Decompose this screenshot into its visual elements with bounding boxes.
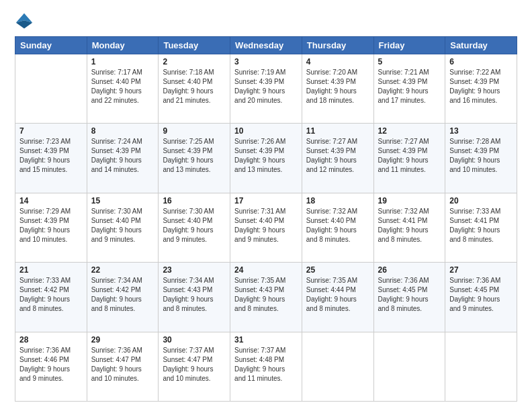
day-number: 31 [234,335,298,345]
day-number: 3 [234,57,298,66]
day-number: 11 [306,126,369,136]
cell-info: Sunrise: 7:33 AM Sunset: 4:41 PM Dayligh… [449,207,513,244]
calendar-cell: 7Sunrise: 7:23 AM Sunset: 4:39 PM Daylig… [15,124,87,193]
calendar-cell: 29Sunrise: 7:36 AM Sunset: 4:47 PM Dayli… [87,332,159,401]
day-number: 12 [378,126,441,136]
cell-info: Sunrise: 7:18 AM Sunset: 4:40 PM Dayligh… [163,68,226,105]
calendar-week-3: 14Sunrise: 7:29 AM Sunset: 4:39 PM Dayli… [15,193,517,262]
calendar-cell: 26Sunrise: 7:36 AM Sunset: 4:45 PM Dayli… [373,263,445,332]
calendar-cell: 22Sunrise: 7:34 AM Sunset: 4:42 PM Dayli… [87,263,159,332]
calendar-header-row: SundayMondayTuesdayWednesdayThursdayFrid… [15,37,517,54]
calendar-cell: 16Sunrise: 7:30 AM Sunset: 4:40 PM Dayli… [159,193,230,262]
calendar-cell: 13Sunrise: 7:28 AM Sunset: 4:39 PM Dayli… [445,124,517,193]
day-number: 20 [449,196,513,205]
cell-info: Sunrise: 7:23 AM Sunset: 4:39 PM Dayligh… [19,137,83,175]
calendar-week-1: 1Sunrise: 7:17 AM Sunset: 4:40 PM Daylig… [15,54,517,124]
calendar-cell: 12Sunrise: 7:27 AM Sunset: 4:39 PM Dayli… [373,124,445,193]
day-number: 24 [234,265,298,275]
calendar-cell: 2Sunrise: 7:18 AM Sunset: 4:40 PM Daylig… [159,54,230,124]
day-number: 4 [306,57,369,66]
calendar-header-friday: Friday [373,37,445,54]
calendar-cell [373,332,445,401]
calendar-cell: 18Sunrise: 7:32 AM Sunset: 4:40 PM Dayli… [302,193,373,262]
day-number: 10 [234,126,298,136]
cell-info: Sunrise: 7:36 AM Sunset: 4:47 PM Dayligh… [91,346,154,383]
cell-info: Sunrise: 7:29 AM Sunset: 4:39 PM Dayligh… [19,207,83,244]
day-number: 21 [19,265,83,275]
calendar-header-tuesday: Tuesday [159,37,230,54]
calendar-cell: 30Sunrise: 7:37 AM Sunset: 4:47 PM Dayli… [159,332,230,401]
calendar-cell: 28Sunrise: 7:36 AM Sunset: 4:46 PM Dayli… [15,332,87,401]
day-number: 25 [306,265,369,275]
calendar-cell: 21Sunrise: 7:33 AM Sunset: 4:42 PM Dayli… [15,263,87,332]
cell-info: Sunrise: 7:32 AM Sunset: 4:40 PM Dayligh… [306,207,369,244]
calendar-cell: 27Sunrise: 7:36 AM Sunset: 4:45 PM Dayli… [445,263,517,332]
calendar-cell: 6Sunrise: 7:22 AM Sunset: 4:39 PM Daylig… [445,54,517,124]
cell-info: Sunrise: 7:34 AM Sunset: 4:42 PM Dayligh… [91,276,154,314]
page: SundayMondayTuesdayWednesdayThursdayFrid… [0,0,532,411]
cell-info: Sunrise: 7:30 AM Sunset: 4:40 PM Dayligh… [91,207,154,244]
day-number: 7 [19,126,83,136]
calendar-header-saturday: Saturday [445,37,517,54]
calendar-cell: 25Sunrise: 7:35 AM Sunset: 4:44 PM Dayli… [302,263,373,332]
cell-info: Sunrise: 7:22 AM Sunset: 4:39 PM Dayligh… [449,68,513,105]
calendar-cell [445,332,517,401]
calendar-week-2: 7Sunrise: 7:23 AM Sunset: 4:39 PM Daylig… [15,124,517,193]
top-section [15,12,517,31]
calendar-cell: 10Sunrise: 7:26 AM Sunset: 4:39 PM Dayli… [230,124,302,193]
calendar-cell: 3Sunrise: 7:19 AM Sunset: 4:39 PM Daylig… [230,54,302,124]
day-number: 13 [449,126,513,136]
day-number: 9 [163,126,226,136]
cell-info: Sunrise: 7:36 AM Sunset: 4:45 PM Dayligh… [378,276,441,314]
cell-info: Sunrise: 7:24 AM Sunset: 4:39 PM Dayligh… [91,137,154,175]
day-number: 5 [378,57,441,66]
day-number: 29 [91,335,154,345]
calendar-cell: 5Sunrise: 7:21 AM Sunset: 4:39 PM Daylig… [373,54,445,124]
cell-info: Sunrise: 7:28 AM Sunset: 4:39 PM Dayligh… [449,137,513,175]
cell-info: Sunrise: 7:26 AM Sunset: 4:39 PM Dayligh… [234,137,298,175]
cell-info: Sunrise: 7:30 AM Sunset: 4:40 PM Dayligh… [163,207,226,244]
cell-info: Sunrise: 7:37 AM Sunset: 4:48 PM Dayligh… [234,346,298,383]
calendar-header-sunday: Sunday [15,37,87,54]
cell-info: Sunrise: 7:35 AM Sunset: 4:43 PM Dayligh… [234,276,298,314]
cell-info: Sunrise: 7:32 AM Sunset: 4:41 PM Dayligh… [378,207,441,244]
day-number: 28 [19,335,83,345]
calendar-header-monday: Monday [87,37,159,54]
calendar-cell: 24Sunrise: 7:35 AM Sunset: 4:43 PM Dayli… [230,263,302,332]
day-number: 30 [163,335,226,345]
day-number: 17 [234,196,298,205]
day-number: 8 [91,126,154,136]
logo-icon [15,12,34,31]
cell-info: Sunrise: 7:35 AM Sunset: 4:44 PM Dayligh… [306,276,369,314]
calendar-cell: 1Sunrise: 7:17 AM Sunset: 4:40 PM Daylig… [87,54,159,124]
logo [15,12,36,31]
calendar-cell: 23Sunrise: 7:34 AM Sunset: 4:43 PM Dayli… [159,263,230,332]
calendar-cell: 31Sunrise: 7:37 AM Sunset: 4:48 PM Dayli… [230,332,302,401]
cell-info: Sunrise: 7:36 AM Sunset: 4:46 PM Dayligh… [19,346,83,383]
day-number: 2 [163,57,226,66]
day-number: 19 [378,196,441,205]
calendar-cell: 4Sunrise: 7:20 AM Sunset: 4:39 PM Daylig… [302,54,373,124]
calendar-cell: 14Sunrise: 7:29 AM Sunset: 4:39 PM Dayli… [15,193,87,262]
calendar-week-5: 28Sunrise: 7:36 AM Sunset: 4:46 PM Dayli… [15,332,517,401]
calendar-cell: 15Sunrise: 7:30 AM Sunset: 4:40 PM Dayli… [87,193,159,262]
calendar-cell: 11Sunrise: 7:27 AM Sunset: 4:39 PM Dayli… [302,124,373,193]
cell-info: Sunrise: 7:17 AM Sunset: 4:40 PM Dayligh… [91,68,154,105]
calendar-cell: 9Sunrise: 7:25 AM Sunset: 4:39 PM Daylig… [159,124,230,193]
calendar-cell: 17Sunrise: 7:31 AM Sunset: 4:40 PM Dayli… [230,193,302,262]
cell-info: Sunrise: 7:27 AM Sunset: 4:39 PM Dayligh… [306,137,369,175]
cell-info: Sunrise: 7:25 AM Sunset: 4:39 PM Dayligh… [163,137,226,175]
day-number: 23 [163,265,226,275]
calendar-cell: 19Sunrise: 7:32 AM Sunset: 4:41 PM Dayli… [373,193,445,262]
cell-info: Sunrise: 7:19 AM Sunset: 4:39 PM Dayligh… [234,68,298,105]
calendar-cell [15,54,87,124]
cell-info: Sunrise: 7:36 AM Sunset: 4:45 PM Dayligh… [449,276,513,314]
day-number: 22 [91,265,154,275]
calendar-cell [302,332,373,401]
calendar-table: SundayMondayTuesdayWednesdayThursdayFrid… [15,36,517,402]
day-number: 14 [19,196,83,205]
day-number: 15 [91,196,154,205]
calendar-header-wednesday: Wednesday [230,37,302,54]
cell-info: Sunrise: 7:34 AM Sunset: 4:43 PM Dayligh… [163,276,226,314]
cell-info: Sunrise: 7:20 AM Sunset: 4:39 PM Dayligh… [306,68,369,105]
